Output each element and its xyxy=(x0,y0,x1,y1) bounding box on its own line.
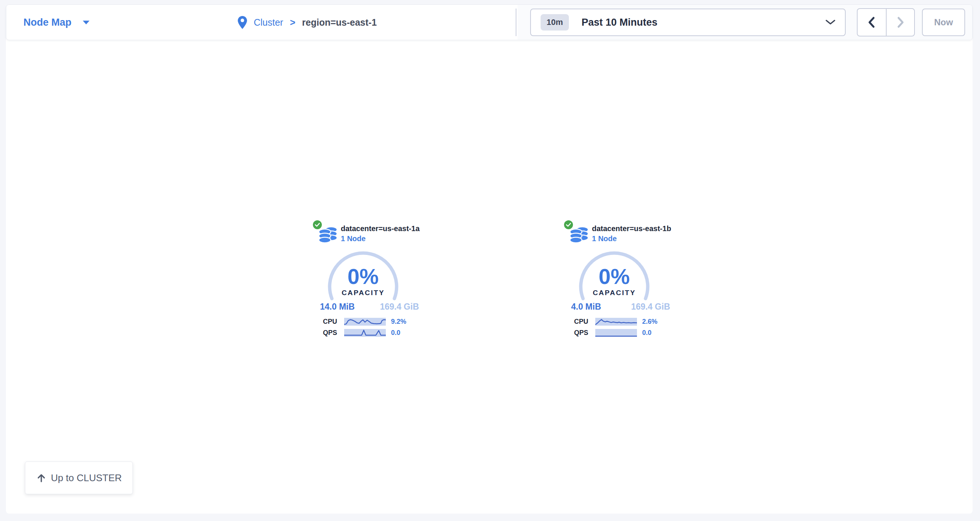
time-forward-button[interactable] xyxy=(886,8,915,37)
breadcrumb-separator: > xyxy=(290,17,296,28)
qps-metric-row: QPS 0.0 xyxy=(574,328,651,337)
datacenter-node-count: 1 Node xyxy=(341,234,420,244)
capacity-percent: 0% xyxy=(578,264,651,288)
cpu-value: 9.2% xyxy=(391,318,406,326)
datacenter-title: datacenter=us-east-1b xyxy=(592,224,671,234)
datacenter-header: datacenter=us-east-1a 1 Node xyxy=(341,224,420,244)
cpu-label: CPU xyxy=(323,318,339,326)
caret-down-icon xyxy=(83,21,90,25)
time-nav-group xyxy=(857,8,915,36)
capacity-total: 169.4 GiB xyxy=(631,302,670,312)
time-range-label: Past 10 Minutes xyxy=(582,17,657,28)
qps-sparkline xyxy=(344,329,386,337)
cpu-metric-row: CPU 9.2% xyxy=(323,317,406,326)
datacenter-node-count: 1 Node xyxy=(592,234,671,244)
cpu-value: 2.6% xyxy=(642,318,657,326)
chevron-right-icon xyxy=(896,16,905,29)
up-to-cluster-button[interactable]: Up to CLUSTER xyxy=(25,462,133,494)
qps-value: 0.0 xyxy=(391,329,400,337)
qps-label: QPS xyxy=(574,329,590,337)
cpu-sparkline xyxy=(595,318,637,326)
node-map-page: Node Map Cluster > region=us-east-1 10m … xyxy=(0,0,980,521)
capacity-caption: CAPACITY xyxy=(578,288,651,297)
header-divider xyxy=(515,8,516,36)
chevron-left-icon xyxy=(867,16,876,29)
healthy-check-icon xyxy=(563,219,574,230)
breadcrumb: Cluster > region=us-east-1 xyxy=(238,5,377,40)
datacenter-card-us-east-1b[interactable]: datacenter=us-east-1b 1 Node 0% CAPACITY… xyxy=(564,218,686,341)
qps-metric-row: QPS 0.0 xyxy=(323,328,400,337)
qps-value: 0.0 xyxy=(642,329,651,337)
capacity-gauge: 0% CAPACITY xyxy=(326,250,400,323)
capacity-caption: CAPACITY xyxy=(326,288,400,297)
qps-label: QPS xyxy=(323,329,339,337)
chevron-down-icon xyxy=(826,20,835,25)
capacity-gauge: 0% CAPACITY xyxy=(578,250,651,323)
healthy-check-icon xyxy=(312,219,323,230)
breadcrumb-cluster-link[interactable]: Cluster xyxy=(254,17,283,28)
time-range-badge: 10m xyxy=(541,14,569,30)
breadcrumb-current-location: region=us-east-1 xyxy=(302,17,377,28)
qps-sparkline xyxy=(595,329,637,337)
datacenter-card-us-east-1a[interactable]: datacenter=us-east-1a 1 Node 0% CAPACITY… xyxy=(313,218,435,341)
header-bar: Node Map Cluster > region=us-east-1 10m … xyxy=(6,5,972,40)
capacity-used: 4.0 MiB xyxy=(571,302,601,312)
cpu-sparkline xyxy=(344,318,386,326)
capacity-total: 169.4 GiB xyxy=(380,302,419,312)
capacity-used: 14.0 MiB xyxy=(320,302,355,312)
view-selector[interactable]: Node Map xyxy=(24,5,90,40)
capacity-percent: 0% xyxy=(326,264,400,288)
map-canvas xyxy=(6,5,972,513)
location-pin-icon xyxy=(238,16,247,29)
now-button[interactable]: Now xyxy=(922,8,965,36)
datacenter-title: datacenter=us-east-1a xyxy=(341,224,420,234)
up-to-cluster-label: Up to CLUSTER xyxy=(51,472,122,484)
time-range-dropdown[interactable]: 10m Past 10 Minutes xyxy=(530,8,846,36)
cpu-label: CPU xyxy=(574,318,590,326)
view-selector-label: Node Map xyxy=(24,17,72,28)
datacenter-header: datacenter=us-east-1b 1 Node xyxy=(592,224,671,244)
time-back-button[interactable] xyxy=(857,8,886,37)
capacity-values: 14.0 MiB 169.4 GiB xyxy=(320,302,419,312)
cpu-metric-row: CPU 2.6% xyxy=(574,317,657,326)
capacity-values: 4.0 MiB 169.4 GiB xyxy=(571,302,670,312)
up-arrow-icon xyxy=(36,473,46,483)
